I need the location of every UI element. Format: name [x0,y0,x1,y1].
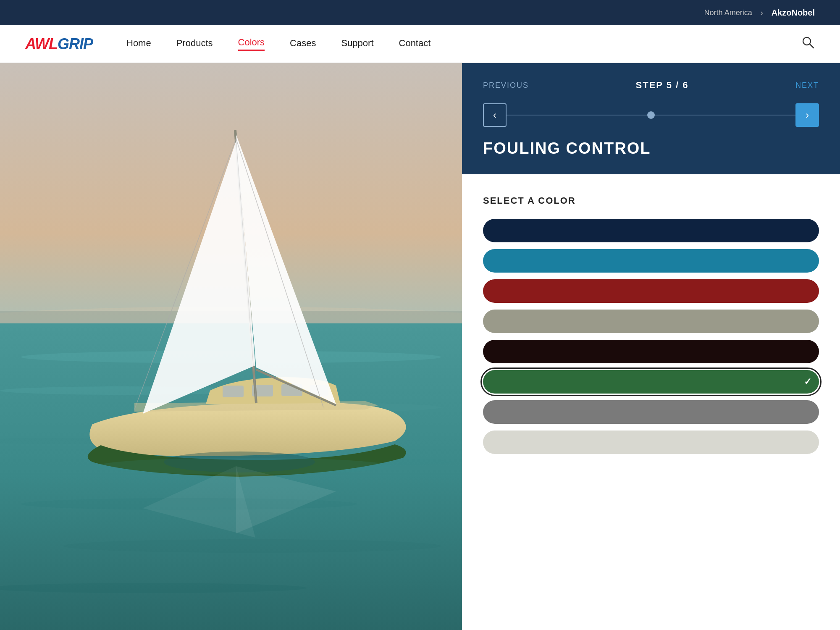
nav-links: Home Products Colors Cases Support Conta… [126,37,801,51]
color-option-darkgray[interactable] [483,400,819,424]
logo[interactable]: AWLGRIP [25,37,93,52]
main-content: PREVIOUS STEP 5 / 6 NEXT ‹ › FOULING CON… [0,63,840,630]
color-option-teal[interactable] [483,249,819,273]
nav-products[interactable]: Products [176,38,213,50]
step-line-right [655,115,795,116]
step-header: PREVIOUS STEP 5 / 6 NEXT ‹ › FOULING CON… [462,63,840,174]
color-select-area: SELECT A COLOR [462,174,840,630]
top-bar: North America › AkzoNobel [0,0,840,25]
svg-point-12 [63,539,441,553]
nav-support[interactable]: Support [341,38,373,50]
svg-rect-14 [223,386,244,397]
boat-area [0,63,462,630]
right-panel: PREVIOUS STEP 5 / 6 NEXT ‹ › FOULING CON… [462,63,840,630]
svg-point-13 [0,583,307,593]
nav-bar: AWLGRIP Home Products Colors Cases Suppo… [0,25,840,63]
step-title: FOULING CONTROL [483,139,819,158]
next-label: NEXT [795,81,819,90]
color-option-gray[interactable] [483,310,819,333]
step-dot [647,111,655,119]
logo-awl: AWL [25,35,58,52]
step-indicator: STEP 5 / 6 [636,80,689,91]
nav-home[interactable]: Home [126,38,151,50]
logo-grip: GRIP [58,35,93,52]
nav-contact[interactable]: Contact [399,38,431,50]
color-option-red[interactable] [483,279,819,303]
color-options [483,219,819,454]
region-label: North America [704,8,752,17]
step-progress: ‹ › [483,103,819,127]
color-option-green[interactable] [483,370,819,394]
nav-colors[interactable]: Colors [238,37,265,51]
brand-label: AkzoNobel [772,8,815,18]
select-color-label: SELECT A COLOR [483,195,819,206]
region-chevron: › [761,8,763,17]
svg-point-24 [97,458,391,475]
previous-label: PREVIOUS [483,81,529,90]
color-option-black[interactable] [483,340,819,363]
next-step-button[interactable]: › [795,103,819,127]
search-icon[interactable] [801,36,815,52]
color-option-navy[interactable] [483,219,819,242]
color-option-lightgray[interactable] [483,430,819,454]
step-nav: PREVIOUS STEP 5 / 6 NEXT [483,80,819,91]
svg-line-1 [810,44,814,48]
nav-cases[interactable]: Cases [290,38,316,50]
prev-step-button[interactable]: ‹ [483,103,507,127]
step-line-left [507,115,647,116]
